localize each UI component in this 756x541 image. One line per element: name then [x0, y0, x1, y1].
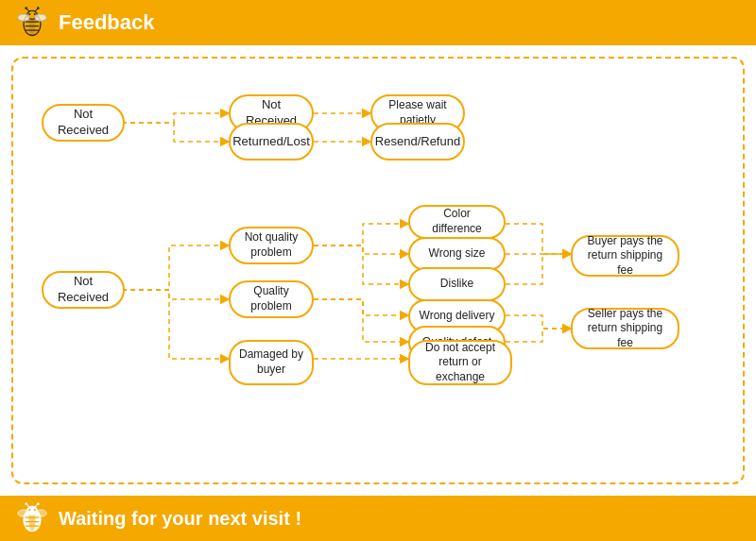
node-returned-lost: Returned/Lost [229, 123, 314, 161]
svg-point-23 [28, 509, 30, 511]
header-title: Feedback [59, 10, 155, 35]
footer: Waiting for your next visit ! [0, 496, 756, 541]
svg-point-8 [28, 13, 30, 15]
footer-title: Waiting for your next visit ! [59, 508, 301, 530]
node-wrong-size: Wrong size [408, 237, 506, 271]
node-color-difference: Color difference [408, 205, 506, 239]
svg-point-26 [25, 502, 27, 505]
svg-point-21 [18, 510, 30, 516]
node-seller-pays: Seller pays the return shipping fee [571, 308, 679, 349]
node-resend-refund: Resend/Refund [370, 123, 465, 161]
header: Feedback [0, 0, 756, 45]
svg-point-6 [18, 14, 30, 21]
node-dislike: Dislike [408, 267, 506, 301]
svg-point-28 [37, 502, 40, 505]
svg-point-7 [35, 14, 47, 21]
node-damaged-by-buyer: Damaged by buyer [229, 340, 314, 385]
bee-icon-footer [15, 501, 49, 535]
node-do-not-accept: Do not accept return or exchange [408, 340, 512, 385]
bee-icon [15, 6, 49, 40]
svg-point-9 [34, 13, 36, 15]
node-buyer-pays: Buyer pays the return shipping fee [571, 235, 679, 277]
main-diagram: Not Received Not Received Returned/Lost … [11, 57, 745, 484]
node-quality-problem: Quality problem [229, 280, 314, 318]
svg-point-24 [34, 509, 36, 511]
node-not-quality-problem: Not quality problem [229, 227, 314, 264]
svg-point-11 [25, 7, 27, 9]
node-not-received-top-left: Not Received [42, 104, 125, 142]
node-not-received-bottom-left: Not Received [42, 271, 125, 309]
svg-point-22 [35, 510, 47, 516]
svg-point-13 [37, 7, 40, 9]
